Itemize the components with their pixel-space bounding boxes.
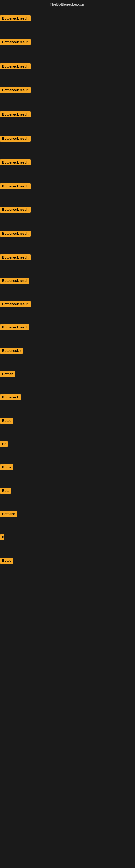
bottleneck-badge[interactable]: Bottleneck resul [0,278,30,284]
bottleneck-badge[interactable]: Bottleneck result [0,183,31,189]
bottleneck-badge[interactable]: Bottleneck result [0,39,31,45]
site-title-container: TheBottlenecker.com [0,0,135,8]
bottleneck-badge[interactable]: Bottlen [0,371,15,377]
bottleneck-badge[interactable]: Bott [0,488,11,494]
bottleneck-item[interactable]: Bottleneck result [0,301,31,308]
bottleneck-badge[interactable]: Bottleneck result [0,87,31,93]
bottleneck-item[interactable]: Bottleneck result [0,16,31,23]
site-title: TheBottlenecker.com [0,0,135,8]
bottleneck-item[interactable]: Bott [0,488,11,495]
bottleneck-badge[interactable]: Bottleneck resul [0,324,29,330]
bottleneck-badge[interactable]: Bottleneck [0,394,21,400]
bottleneck-item[interactable]: Bottleneck result [0,254,31,261]
bottleneck-badge[interactable]: Bottleneck result [0,301,31,307]
bottleneck-item[interactable]: Bottleneck result [0,183,31,190]
bottleneck-badge[interactable]: Bottleneck result [0,230,31,237]
bottleneck-badge[interactable]: Bottle [0,558,13,564]
bottleneck-item[interactable]: Bottlen [0,371,15,378]
bottleneck-item[interactable]: Bottleneck resul [0,324,29,332]
bottleneck-item[interactable]: Bottleneck result [0,135,31,143]
bottleneck-badge[interactable]: Bottleneck r [0,348,23,354]
bottleneck-item[interactable]: Bottleneck [0,394,21,401]
bottleneck-badge[interactable]: Bottle [0,464,13,470]
bottleneck-item[interactable]: Bottlene [0,511,17,518]
bottleneck-item[interactable]: Bottleneck result [0,230,31,238]
bottleneck-item[interactable]: Bo [0,441,8,448]
bottleneck-badge[interactable]: Bottleneck result [0,63,31,69]
bottleneck-item[interactable]: Bottleneck result [0,39,31,46]
bottleneck-item[interactable]: Bottle [0,558,13,565]
bottleneck-item[interactable]: Bottle [0,464,13,471]
bottleneck-item[interactable]: Bottleneck result [0,159,31,166]
bottleneck-item[interactable]: Bottleneck resul [0,278,30,285]
bottleneck-badge[interactable]: Bottleneck result [0,135,31,142]
bottleneck-item[interactable]: Bottleneck result [0,87,31,94]
bottleneck-item[interactable]: Bottleneck result [0,112,31,119]
bottleneck-item[interactable]: Bottleneck r [0,348,23,355]
bottleneck-badge[interactable]: Bottleneck result [0,112,31,118]
bottleneck-badge[interactable]: Bottlene [0,511,17,517]
bottleneck-item[interactable]: Bottle [0,418,13,425]
bottleneck-badge[interactable]: Bottle [0,418,13,424]
bottleneck-badge[interactable]: Bottleneck result [0,16,31,22]
bottleneck-item[interactable]: Bottleneck result [0,63,31,70]
bottleneck-item[interactable]: Bottleneck result [0,207,31,214]
bottleneck-item[interactable]: B [0,534,4,541]
bottleneck-badge[interactable]: Bo [0,441,8,447]
bottleneck-badge[interactable]: Bottleneck result [0,254,31,260]
bottleneck-badge[interactable]: Bottleneck result [0,159,31,165]
bottleneck-badge[interactable]: B [0,534,4,540]
bottleneck-badge[interactable]: Bottleneck result [0,207,31,213]
